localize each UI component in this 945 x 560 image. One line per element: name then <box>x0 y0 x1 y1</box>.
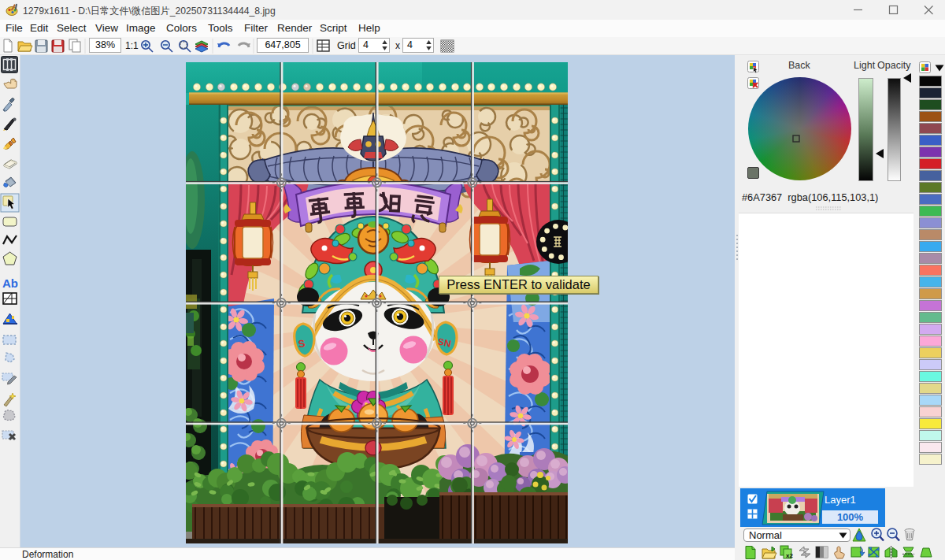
svg-text:x2: x2 <box>786 552 793 559</box>
svg-text:Ab: Ab <box>2 276 18 290</box>
svg-text:1:1: 1:1 <box>125 40 139 51</box>
svg-text:x: x <box>395 40 400 51</box>
svg-text:Grid: Grid <box>337 40 356 51</box>
